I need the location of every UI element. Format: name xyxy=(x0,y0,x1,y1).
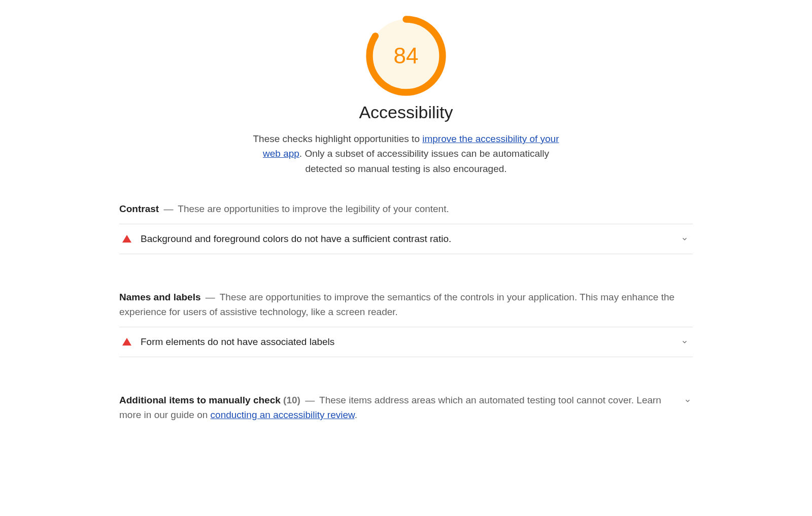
report-header: 84 Accessibility These checks highlight … xyxy=(119,15,693,176)
group-header: Contrast — These are opportunities to im… xyxy=(119,201,693,216)
dash: — xyxy=(161,203,175,214)
audit-group-contrast: Contrast — These are opportunities to im… xyxy=(119,201,693,254)
chevron-down-icon[interactable] xyxy=(683,396,693,406)
manual-count: (10) xyxy=(283,395,300,405)
accessibility-report: 84 Accessibility These checks highlight … xyxy=(104,0,708,489)
desc-text-prefix: These checks highlight opportunities to xyxy=(253,133,422,144)
manual-desc-suffix: . xyxy=(355,409,357,420)
category-title: Accessibility xyxy=(359,102,453,122)
chevron-down-icon[interactable] xyxy=(680,234,690,244)
audit-title: Background and foreground colors do not … xyxy=(141,233,680,245)
group-title: Names and labels xyxy=(119,292,201,302)
group-title: Additional items to manually check xyxy=(119,395,281,405)
category-description: These checks highlight opportunities to … xyxy=(249,131,563,176)
audit-item-form-labels[interactable]: Form elements do not have associated lab… xyxy=(119,327,693,357)
desc-text-suffix: . Only a subset of accessibility issues … xyxy=(299,148,549,174)
audit-group-names-labels: Names and labels — These are opportuniti… xyxy=(119,290,693,357)
warning-triangle-icon xyxy=(122,235,131,243)
group-description: These are opportunities to improve the l… xyxy=(178,203,449,214)
accessibility-review-link[interactable]: conducting an accessibility review xyxy=(211,409,355,420)
group-header: Additional items to manually check (10) … xyxy=(119,393,693,423)
group-description: These are opportunities to improve the s… xyxy=(119,292,674,317)
dash: — xyxy=(303,395,317,405)
audit-group-manual: Additional items to manually check (10) … xyxy=(119,393,693,423)
audit-title: Form elements do not have associated lab… xyxy=(141,336,680,348)
dash: — xyxy=(204,292,217,302)
group-title: Contrast xyxy=(119,203,159,214)
group-header: Names and labels — These are opportuniti… xyxy=(119,290,693,320)
score-value: 84 xyxy=(394,45,419,67)
warning-triangle-icon xyxy=(122,338,131,346)
chevron-down-icon[interactable] xyxy=(680,337,690,347)
audit-item-contrast-ratio[interactable]: Background and foreground colors do not … xyxy=(119,224,693,254)
score-gauge: 84 xyxy=(365,15,447,96)
